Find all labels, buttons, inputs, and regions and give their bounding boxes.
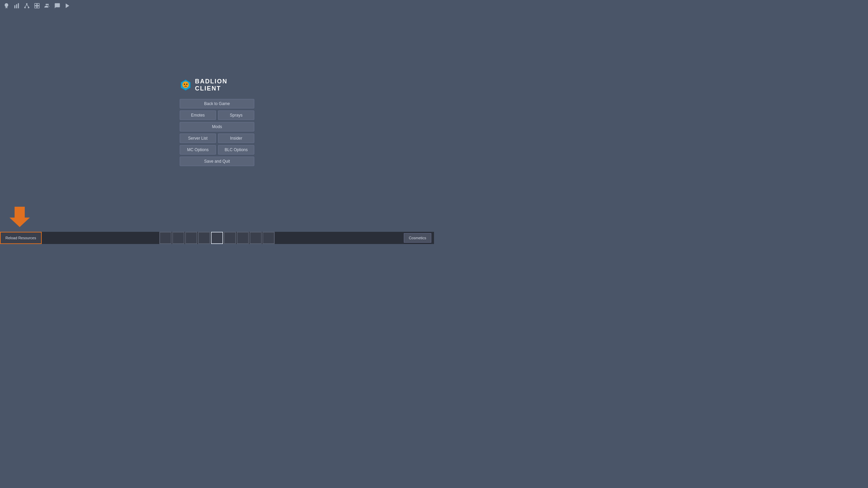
blc-options-button[interactable]: BLC Options <box>218 145 254 155</box>
hotbar-slot-4[interactable] <box>198 232 210 244</box>
svg-point-16 <box>182 82 189 88</box>
hotbar-slot-3[interactable] <box>185 232 197 244</box>
window-icon[interactable] <box>33 2 41 9</box>
svg-rect-0 <box>14 5 15 8</box>
hotbar-slot-5-selected[interactable] <box>211 232 223 244</box>
svg-point-13 <box>47 4 49 5</box>
svg-rect-10 <box>35 6 37 8</box>
svg-rect-1 <box>16 4 17 8</box>
trophy-icon[interactable] <box>3 2 10 9</box>
svg-line-6 <box>25 5 27 7</box>
svg-point-18 <box>186 84 188 85</box>
hotbar <box>159 232 275 244</box>
svg-rect-11 <box>37 6 39 8</box>
svg-point-5 <box>28 7 29 8</box>
emotes-sprays-row: Emotes Sprays <box>180 110 254 120</box>
svg-point-12 <box>46 4 47 5</box>
server-list-button[interactable]: Server List <box>180 134 216 143</box>
svg-point-17 <box>184 84 185 85</box>
emotes-button[interactable]: Emotes <box>180 110 216 120</box>
logo-area: BADLION CLIENT <box>180 78 254 92</box>
top-toolbar <box>0 0 74 12</box>
orange-arrow-indicator <box>9 207 30 228</box>
svg-marker-20 <box>9 207 30 227</box>
hotbar-slot-9[interactable] <box>262 232 275 244</box>
back-to-game-button[interactable]: Back to Game <box>180 99 254 108</box>
insider-button[interactable]: Insider <box>218 134 254 143</box>
hotbar-slot-6[interactable] <box>224 232 236 244</box>
svg-line-7 <box>27 5 28 7</box>
badlion-logo-icon <box>180 79 192 91</box>
play-icon[interactable] <box>64 2 71 9</box>
svg-rect-8 <box>35 3 37 5</box>
options-row: MC Options BLC Options <box>180 145 254 155</box>
svg-marker-14 <box>66 3 70 8</box>
logo-text: BADLION CLIENT <box>195 78 254 92</box>
server-insider-row: Server List Insider <box>180 134 254 143</box>
stats-icon[interactable] <box>13 2 20 9</box>
group-icon[interactable] <box>43 2 51 9</box>
svg-rect-2 <box>18 3 19 8</box>
hotbar-slot-2[interactable] <box>172 232 184 244</box>
save-and-quit-button[interactable]: Save and Quit <box>180 157 254 166</box>
cosmetics-button[interactable]: Cosmetics <box>404 233 431 243</box>
mc-options-button[interactable]: MC Options <box>180 145 216 155</box>
svg-point-3 <box>26 3 28 5</box>
svg-point-19 <box>185 85 186 86</box>
svg-rect-9 <box>37 3 39 5</box>
hotbar-slot-7[interactable] <box>237 232 249 244</box>
reload-resources-button[interactable]: Reload Resources <box>0 232 42 244</box>
hotbar-slot-8[interactable] <box>250 232 262 244</box>
hotbar-slot-1[interactable] <box>159 232 172 244</box>
network-icon[interactable] <box>23 2 31 9</box>
mods-button[interactable]: Mods <box>180 122 254 131</box>
bottom-bar: Reload Resources Cosmetics <box>0 232 434 244</box>
chat-icon[interactable] <box>54 2 61 9</box>
svg-point-4 <box>24 7 26 8</box>
sprays-button[interactable]: Sprays <box>218 110 254 120</box>
main-menu: BADLION CLIENT Back to Game Emotes Spray… <box>180 78 254 166</box>
